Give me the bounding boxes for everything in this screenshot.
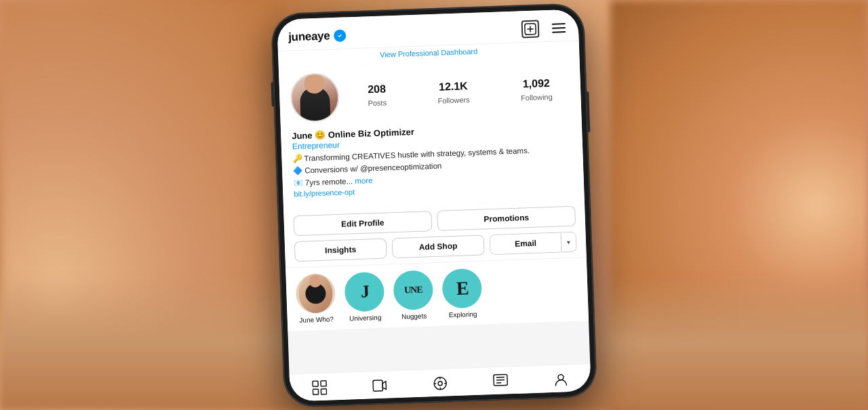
following-count: 1,092 xyxy=(520,77,552,91)
phone-body: juneaye xyxy=(271,3,597,407)
chevron-down-icon: ▾ xyxy=(567,238,570,245)
action-buttons: Edit Profile Promotions Insights Add Sho… xyxy=(283,200,587,267)
avatar xyxy=(290,72,340,122)
add-shop-button[interactable]: Add Shop xyxy=(392,234,485,258)
highlight-circle-une: UNE xyxy=(393,270,433,310)
button-row-2: Insights Add Shop Email ▾ xyxy=(294,231,577,261)
svg-rect-5 xyxy=(321,380,326,386)
highlight-circle-e: E xyxy=(441,268,482,308)
email-button[interactable]: Email xyxy=(490,232,561,254)
nav-profile[interactable] xyxy=(530,369,591,389)
stat-following[interactable]: 1,092 Following xyxy=(520,77,553,103)
highlight-label-universing: Universing xyxy=(349,314,382,323)
username-row: juneaye xyxy=(288,28,347,44)
video-icon xyxy=(371,376,389,394)
highlight-nuggets[interactable]: UNE Nuggets xyxy=(393,270,434,321)
highlight-circle-j: J xyxy=(344,271,384,312)
insights-button[interactable]: Insights xyxy=(294,238,387,262)
avatar-inner xyxy=(291,73,338,121)
nav-video[interactable] xyxy=(350,375,411,395)
highlight-label-june-who: June Who? xyxy=(299,315,334,324)
svg-point-10 xyxy=(438,381,442,385)
menu-button[interactable] xyxy=(550,18,568,37)
phone-wrapper: juneaye xyxy=(271,3,597,407)
svg-point-19 xyxy=(557,374,563,380)
stat-followers[interactable]: 12.1K Followers xyxy=(437,79,470,106)
promotions-button[interactable]: Promotions xyxy=(437,206,576,231)
bottom-nav xyxy=(290,363,591,401)
following-label: Following xyxy=(521,92,553,102)
verified-badge xyxy=(334,29,347,42)
svg-rect-6 xyxy=(313,389,319,394)
followers-count: 12.1K xyxy=(437,79,470,94)
phone-screen: juneaye xyxy=(277,9,591,401)
highlight-circle-photo xyxy=(295,273,336,314)
highlight-label-nuggets: Nuggets xyxy=(401,312,427,320)
stat-posts[interactable]: 208 Posts xyxy=(367,82,387,108)
nav-tagged[interactable] xyxy=(470,371,531,391)
highlight-label-exploring: Exploring xyxy=(449,310,477,319)
reels-icon xyxy=(431,374,450,392)
svg-point-0 xyxy=(337,33,343,39)
button-row-1: Edit Profile Promotions xyxy=(293,206,576,236)
email-chevron-button[interactable]: ▾ xyxy=(561,232,576,252)
posts-count: 208 xyxy=(367,82,386,96)
add-content-button[interactable] xyxy=(521,20,540,38)
menu-line-1 xyxy=(552,23,566,25)
svg-rect-4 xyxy=(313,381,318,386)
profile-stats-row: 208 Posts 12.1K Followers 1,092 Followin… xyxy=(290,64,570,122)
highlight-exploring[interactable]: E Exploring xyxy=(441,268,483,319)
menu-line-3 xyxy=(552,31,566,33)
menu-line-2 xyxy=(552,27,566,29)
stats-group: 208 Posts 12.1K Followers 1,092 Followin… xyxy=(350,76,570,108)
tagged-icon xyxy=(491,372,509,390)
svg-rect-7 xyxy=(321,388,327,394)
header-icons xyxy=(521,18,568,37)
highlights-section: June Who? J Universing UNE Nuggets xyxy=(285,257,589,331)
svg-rect-8 xyxy=(373,380,383,390)
followers-label: Followers xyxy=(437,95,469,104)
email-button-wrap: Email ▾ xyxy=(490,231,577,254)
avatar-head xyxy=(304,73,325,94)
username: juneaye xyxy=(288,29,330,44)
highlight-june-who[interactable]: June Who? xyxy=(295,273,336,324)
posts-label: Posts xyxy=(368,98,387,106)
nav-reels[interactable] xyxy=(410,373,471,393)
edit-profile-button[interactable]: Edit Profile xyxy=(293,211,432,236)
highlight-universing[interactable]: J Universing xyxy=(344,271,385,322)
nav-grid[interactable] xyxy=(290,377,351,397)
avatar-figure xyxy=(300,86,331,123)
bio-section: June 😊 Online Biz Optimizer Entrepreneur… xyxy=(292,121,573,198)
grid-icon xyxy=(311,378,329,396)
profile-icon xyxy=(551,370,570,388)
profile-section: 208 Posts 12.1K Followers 1,092 Followin… xyxy=(279,57,585,211)
